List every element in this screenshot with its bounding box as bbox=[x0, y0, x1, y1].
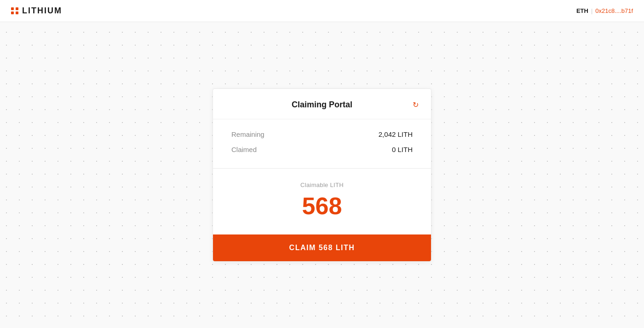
logo-dot-3 bbox=[11, 12, 14, 14]
claimed-value: 0 LITH bbox=[392, 146, 413, 153]
card-title: Claiming Portal bbox=[292, 100, 352, 109]
card-stats: Remaining 2,042 LITH Claimed 0 LITH bbox=[213, 119, 431, 168]
claimable-section: Claimable LITH 568 bbox=[213, 168, 431, 234]
claim-button[interactable]: Claim 568 LITH bbox=[213, 234, 431, 261]
card-header: Claiming Portal ↻ bbox=[213, 89, 431, 119]
logo-dot-4 bbox=[16, 12, 18, 14]
logo-text: LITHIUM bbox=[22, 6, 62, 16]
stat-row-claimed: Claimed 0 LITH bbox=[231, 142, 413, 157]
logo-dot-2 bbox=[16, 7, 18, 10]
wallet-address: 0x21c8....b71f bbox=[595, 7, 633, 14]
claimable-amount: 568 bbox=[228, 193, 416, 219]
wallet-separator: | bbox=[591, 7, 592, 14]
refresh-button[interactable]: ↻ bbox=[409, 98, 422, 111]
claimed-label: Claimed bbox=[231, 146, 257, 153]
logo-dot-1 bbox=[11, 7, 14, 10]
claimable-label: Claimable LITH bbox=[228, 182, 416, 188]
stat-row-remaining: Remaining 2,042 LITH bbox=[231, 127, 413, 142]
wallet-info: ETH | 0x21c8....b71f bbox=[576, 7, 633, 14]
logo-area: LITHIUM bbox=[11, 6, 62, 16]
remaining-label: Remaining bbox=[231, 130, 264, 138]
main-content: Claiming Portal ↻ Remaining 2,042 LITH C… bbox=[0, 22, 644, 328]
navbar: LITHIUM ETH | 0x21c8....b71f bbox=[0, 0, 644, 22]
remaining-value: 2,042 LITH bbox=[379, 130, 413, 138]
wallet-network: ETH bbox=[576, 7, 588, 14]
refresh-icon: ↻ bbox=[413, 100, 419, 109]
claiming-portal-card: Claiming Portal ↻ Remaining 2,042 LITH C… bbox=[213, 88, 431, 261]
logo-icon bbox=[11, 7, 18, 15]
